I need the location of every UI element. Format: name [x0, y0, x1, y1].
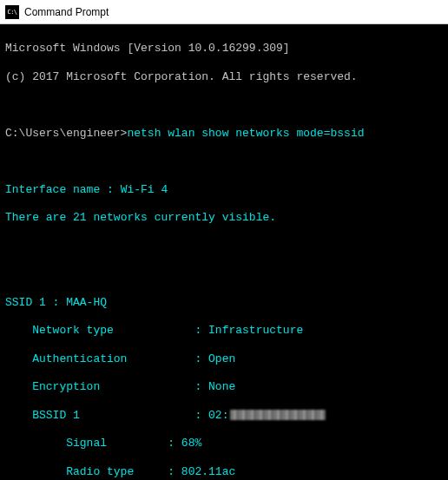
- bssid1-signal-label: Signal :: [5, 437, 181, 450]
- prompt-path: C:\Users\engineer>: [5, 127, 127, 140]
- bssid1-radio-value: 802.11ac: [181, 465, 235, 478]
- version-line: Microsoft Windows [Version 10.0.16299.30…: [5, 42, 290, 55]
- copyright-line: (c) 2017 Microsoft Corporation. All righ…: [5, 70, 358, 83]
- bssid1-label: BSSID 1 :: [5, 409, 208, 422]
- enc-value: None: [208, 380, 235, 393]
- enc-label: Encryption :: [5, 380, 208, 393]
- auth-label: Authentication :: [5, 352, 208, 365]
- terminal-output[interactable]: Microsoft Windows [Version 10.0.16299.30…: [0, 24, 448, 480]
- bssid1-prefix: 02:: [208, 409, 228, 422]
- auth-value: Open: [208, 352, 235, 365]
- ssid-label: SSID 1 :: [5, 296, 66, 309]
- bssid1-mac-redacted: [230, 410, 326, 420]
- interface-label: Interface name :: [5, 183, 121, 196]
- interface-value: Wi-Fi 4: [121, 183, 168, 196]
- network-count: 21: [73, 211, 87, 224]
- nettype-value: Infrastructure: [208, 324, 303, 337]
- nettype-label: Network type :: [5, 324, 208, 337]
- bssid1-signal-value: 68%: [181, 437, 201, 450]
- command-text: netsh wlan show networks mode=bssid: [127, 127, 364, 140]
- bssid1-radio-label: Radio type :: [5, 465, 181, 478]
- titlebar[interactable]: Command Prompt: [0, 0, 448, 24]
- command-prompt-window: Command Prompt Microsoft Windows [Versio…: [0, 0, 448, 480]
- summary-prefix: There are: [5, 211, 73, 224]
- ssid-name: MAA-HQ: [66, 296, 107, 309]
- cmd-icon: [5, 5, 19, 19]
- window-title: Command Prompt: [24, 6, 109, 18]
- summary-suffix: networks currently visible.: [87, 211, 276, 224]
